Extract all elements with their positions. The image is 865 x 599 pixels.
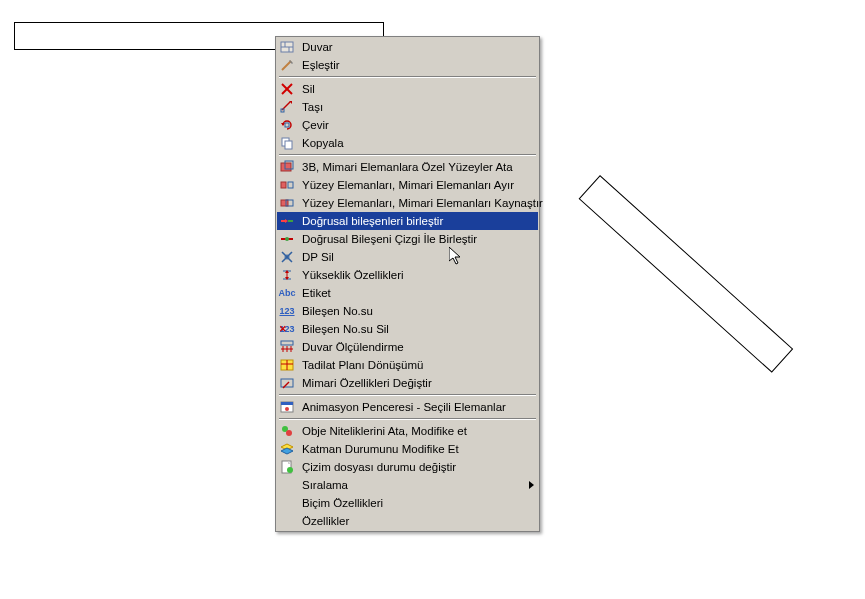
blank-icon [279, 513, 295, 529]
menu-item-label: Duvar Ölçülendirme [302, 341, 534, 353]
copy-icon [279, 135, 295, 151]
svg-line-4 [282, 61, 291, 70]
menu-item-dogrusal-birlestir[interactable]: Doğrusal bileşenleri birleştir [277, 212, 538, 230]
svg-rect-16 [281, 182, 286, 188]
selection-rectangle-right [579, 175, 794, 373]
svg-rect-13 [285, 141, 292, 149]
svg-point-24 [285, 237, 289, 241]
menu-item-label: Bileşen No.su [302, 305, 534, 317]
menu-item-label: DP Sil [302, 251, 534, 263]
menu-item-3b-mimari-yuzeyler[interactable]: 3B, Mimari Elemanlara Özel Yüzeyler Ata [277, 158, 538, 176]
menu-item-bilesen-nosu-sil[interactable]: ✕123 Bileşen No.su Sil [277, 320, 538, 338]
component-number-delete-icon: ✕123 [279, 321, 295, 337]
layer-state-icon [279, 441, 295, 457]
animation-window-icon [279, 399, 295, 415]
svg-rect-9 [281, 109, 284, 112]
rotate-icon [279, 117, 295, 133]
svg-rect-44 [281, 402, 293, 405]
menu-item-label: Sıralama [302, 479, 525, 491]
menu-item-label: Yüzey Elemanları, Mimari Elemanları Ayır [302, 179, 534, 191]
menu-item-label: Biçim Özellikleri [302, 497, 534, 509]
merge-line-icon [279, 231, 295, 247]
drawing-file-icon [279, 459, 295, 475]
menu-item-label: Obje Niteliklerini Ata, Modifike et [302, 425, 534, 437]
delete-icon [279, 81, 295, 97]
menu-item-label: Çevir [302, 119, 534, 131]
move-icon [279, 99, 295, 115]
brush-icon [279, 57, 295, 73]
svg-rect-11 [285, 123, 289, 127]
svg-rect-37 [281, 341, 293, 345]
svg-rect-14 [281, 163, 291, 171]
svg-point-52 [287, 467, 293, 473]
menu-item-kopyala[interactable]: Kopyala [277, 134, 538, 152]
menu-item-dp-sil[interactable]: DP Sil [277, 248, 538, 266]
height-properties-icon [279, 267, 295, 283]
svg-point-47 [286, 430, 292, 436]
menu-item-label: Tadilat Planı Dönüşümü [302, 359, 534, 371]
menu-item-label: Yükseklik Özellikleri [302, 269, 534, 281]
label-icon: Abc [279, 285, 295, 301]
menu-item-label: Katman Durumunu Modifike Et [302, 443, 534, 455]
menu-item-label: Animasyon Penceresi - Seçili Elemanlar [302, 401, 534, 413]
menu-item-katman-durumu[interactable]: Katman Durumunu Modifike Et [277, 440, 538, 458]
menu-item-yuzey-ayir[interactable]: Yüzey Elemanları, Mimari Elemanları Ayır [277, 176, 538, 194]
menu-item-label: Duvar [302, 41, 534, 53]
menu-item-etiket[interactable]: Abc Etiket [277, 284, 538, 302]
menu-item-eslestir[interactable]: Eşleştir [277, 56, 538, 74]
wall-icon [279, 39, 295, 55]
wall-dimension-icon [279, 339, 295, 355]
surface-separate-icon [279, 177, 295, 193]
menu-item-dogrusal-cizgi-birlestir[interactable]: Doğrusal Bileşeni Çizgi İle Birleştir [277, 230, 538, 248]
menu-item-tadilat-plani[interactable]: Tadilat Planı Dönüşümü [277, 356, 538, 374]
svg-rect-18 [281, 200, 288, 206]
menu-item-yukseklik-ozellikleri[interactable]: Yükseklik Özellikleri [277, 266, 538, 284]
context-menu: Duvar Eşleştir Sil Taşı Çevir Kopyala [275, 36, 540, 532]
menu-item-duvar-olculendirme[interactable]: Duvar Ölçülendirme [277, 338, 538, 356]
menu-item-obje-nitelikleri[interactable]: Obje Niteliklerini Ata, Modifike et [277, 422, 538, 440]
menu-item-label: Etiket [302, 287, 534, 299]
menu-item-mimari-ozellikleri[interactable]: Mimari Özellikleri Değiştir [277, 374, 538, 392]
menu-item-cevir[interactable]: Çevir [277, 116, 538, 134]
menu-item-label: Kopyala [302, 137, 534, 149]
merge-linear-icon [279, 213, 295, 229]
blank-icon [279, 477, 295, 493]
menu-item-sil[interactable]: Sil [277, 80, 538, 98]
menu-item-label: Taşı [302, 101, 534, 113]
menu-item-animasyon-penceresi[interactable]: Animasyon Penceresi - Seçili Elemanlar [277, 398, 538, 416]
blank-icon [279, 495, 295, 511]
menu-item-label: Yüzey Elemanları, Mimari Elemanları Kayn… [302, 197, 543, 209]
menu-item-tasi[interactable]: Taşı [277, 98, 538, 116]
svg-marker-49 [281, 448, 293, 454]
renovation-plan-icon [279, 357, 295, 373]
arch-properties-icon [279, 375, 295, 391]
svg-rect-17 [288, 182, 293, 188]
menu-item-bicim-ozellikleri[interactable]: Biçim Özellikleri [277, 494, 538, 512]
menu-item-label: Sil [302, 83, 534, 95]
menu-item-label: Doğrusal bileşenleri birleştir [302, 215, 534, 227]
svg-marker-22 [285, 219, 288, 223]
object-attributes-icon [279, 423, 295, 439]
menu-item-label: Eşleştir [302, 59, 534, 71]
surface-assign-icon [279, 159, 295, 175]
component-number-icon: 123 [279, 303, 295, 319]
menu-item-label: Özellikler [302, 515, 534, 527]
dp-delete-icon [279, 249, 295, 265]
menu-item-label: 3B, Mimari Elemanlara Özel Yüzeyler Ata [302, 161, 534, 173]
menu-item-label: Doğrusal Bileşeni Çizgi İle Birleştir [302, 233, 534, 245]
menu-item-label: Mimari Özellikleri Değiştir [302, 377, 534, 389]
menu-item-cizim-dosyasi[interactable]: Çizim dosyası durumu değiştir [277, 458, 538, 476]
svg-point-45 [285, 407, 289, 411]
menu-item-bilesen-nosu[interactable]: 123 Bileşen No.su [277, 302, 538, 320]
menu-item-yuzey-kaynastir[interactable]: Yüzey Elemanları, Mimari Elemanları Kayn… [277, 194, 538, 212]
menu-item-label: Çizim dosyası durumu değiştir [302, 461, 534, 473]
submenu-arrow-icon [529, 481, 534, 489]
menu-item-ozellikler[interactable]: Özellikler [277, 512, 538, 530]
svg-marker-10 [281, 123, 285, 126]
menu-item-label: Bileşen No.su Sil [302, 323, 534, 335]
menu-item-duvar[interactable]: Duvar [277, 38, 538, 56]
surface-merge-icon [279, 195, 295, 211]
menu-item-siralama[interactable]: Sıralama [277, 476, 538, 494]
